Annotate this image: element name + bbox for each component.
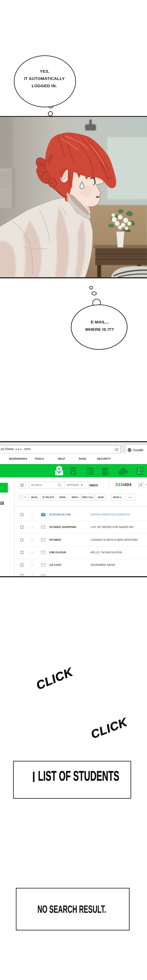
- svg-text:WHERE IS IT?: WHERE IS IT?: [85, 327, 114, 332]
- svg-text:N: N: [124, 472, 126, 475]
- svg-text:YES,: YES,: [40, 69, 50, 73]
- svg-text:31: 31: [72, 471, 75, 474]
- svg-text:LOGGED IN.: LOGGED IN.: [32, 83, 57, 88]
- svg-text:E-MAIL...: E-MAIL...: [91, 320, 109, 324]
- svg-text:N: N: [58, 468, 61, 471]
- svg-text:IT AUTOMATICALLY: IT AUTOMATICALLY: [24, 76, 65, 81]
